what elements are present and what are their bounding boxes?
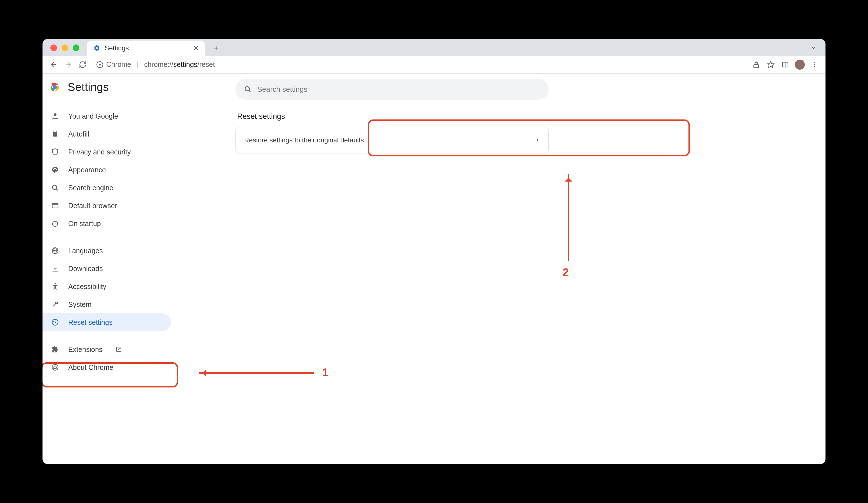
search-settings[interactable] bbox=[236, 79, 549, 100]
bookmark-icon[interactable] bbox=[765, 59, 777, 71]
annotation-arrow-1 bbox=[199, 372, 314, 374]
chrome-icon bbox=[50, 362, 60, 372]
restore-defaults-row[interactable]: Restore settings to their original defau… bbox=[236, 127, 549, 153]
svg-marker-5 bbox=[767, 61, 774, 68]
minimize-window-button[interactable] bbox=[62, 44, 68, 51]
back-button[interactable] bbox=[48, 59, 60, 71]
maximize-window-button[interactable] bbox=[73, 44, 80, 51]
sidebar: You and Google Autofill Privacy and secu… bbox=[42, 74, 174, 464]
chevron-right-icon bbox=[536, 138, 540, 142]
wrench-icon bbox=[50, 300, 60, 309]
sidebar-item-label: Appearance bbox=[68, 166, 106, 174]
restore-icon bbox=[50, 318, 60, 327]
annotation-label-1: 1 bbox=[322, 366, 328, 379]
palette-icon bbox=[50, 165, 60, 175]
gear-icon bbox=[93, 44, 101, 52]
tab-title: Settings bbox=[105, 44, 189, 52]
sidebar-item-system[interactable]: System bbox=[42, 295, 171, 313]
svg-rect-15 bbox=[53, 132, 57, 137]
sidebar-item-on-startup[interactable]: On startup bbox=[42, 215, 171, 233]
row-label: Restore settings to their original defau… bbox=[244, 136, 364, 144]
search-icon bbox=[244, 85, 252, 93]
svg-point-21 bbox=[53, 185, 57, 189]
close-tab-button[interactable]: ✕ bbox=[193, 44, 199, 53]
address-bar[interactable]: Chrome | chrome://settings/reset bbox=[91, 59, 748, 71]
sidebar-item-languages[interactable]: Languages bbox=[42, 242, 171, 260]
sidebar-item-label: Privacy and security bbox=[68, 148, 131, 156]
window-controls bbox=[50, 44, 80, 51]
sidebar-item-search-engine[interactable]: Search engine bbox=[42, 179, 171, 197]
shield-icon bbox=[50, 147, 60, 157]
share-icon[interactable] bbox=[750, 59, 762, 71]
svg-line-32 bbox=[55, 322, 56, 323]
sidebar-item-label: Default browser bbox=[68, 202, 117, 210]
sidebar-item-default-browser[interactable]: Default browser bbox=[42, 197, 171, 215]
sidebar-item-extensions[interactable]: Extensions bbox=[42, 340, 171, 358]
sidebar-item-reset-settings[interactable]: Reset settings bbox=[42, 313, 171, 331]
annotation-label-2: 2 bbox=[562, 266, 569, 279]
titlebar: Settings ✕ + bbox=[42, 39, 826, 56]
sidebar-item-label: Accessibility bbox=[68, 283, 106, 291]
svg-rect-23 bbox=[52, 203, 58, 208]
svg-point-35 bbox=[54, 366, 56, 368]
browser-window: Settings ✕ + Chrome | chrome://settings/… bbox=[42, 39, 826, 464]
annotation-arrow-2 bbox=[568, 174, 569, 261]
svg-rect-16 bbox=[54, 131, 56, 132]
content-area: Settings You and Google Autofill Privacy… bbox=[42, 74, 826, 464]
sidebar-item-downloads[interactable]: Downloads bbox=[42, 260, 171, 278]
search-icon bbox=[50, 183, 60, 193]
external-link-icon bbox=[114, 345, 124, 354]
sidebar-item-label: You and Google bbox=[68, 112, 118, 120]
sidebar-divider bbox=[46, 237, 169, 237]
forward-button[interactable] bbox=[62, 59, 74, 71]
svg-point-18 bbox=[54, 168, 55, 169]
sidebar-item-label: Downloads bbox=[68, 265, 103, 273]
svg-line-40 bbox=[249, 90, 250, 92]
svg-line-37 bbox=[56, 368, 58, 369]
sidebar-item-you-and-google[interactable]: You and Google bbox=[42, 107, 171, 125]
svg-point-30 bbox=[54, 283, 56, 285]
power-icon bbox=[50, 219, 60, 228]
svg-point-19 bbox=[55, 168, 56, 169]
svg-point-9 bbox=[814, 64, 815, 65]
sidebar-item-appearance[interactable]: Appearance bbox=[42, 161, 171, 179]
sidebar-item-label: Autofill bbox=[68, 130, 89, 138]
svg-point-8 bbox=[814, 62, 815, 63]
address-separator: | bbox=[137, 60, 139, 69]
sidebar-divider bbox=[46, 336, 169, 336]
svg-point-3 bbox=[99, 63, 101, 65]
sidebar-item-label: System bbox=[68, 300, 91, 309]
tabs-dropdown-button[interactable] bbox=[810, 44, 817, 51]
profile-avatar[interactable] bbox=[794, 59, 806, 71]
globe-icon bbox=[50, 246, 60, 255]
search-input[interactable] bbox=[257, 85, 540, 94]
new-tab-button[interactable]: + bbox=[210, 42, 223, 54]
svg-line-22 bbox=[56, 189, 58, 191]
browser-icon bbox=[50, 201, 60, 211]
sidebar-item-label: Search engine bbox=[68, 184, 113, 192]
close-window-button[interactable] bbox=[50, 44, 57, 51]
sidebar-item-about-chrome[interactable]: About Chrome bbox=[42, 358, 171, 376]
browser-tab[interactable]: Settings ✕ bbox=[87, 41, 205, 56]
main-panel: Reset settings Restore settings to their… bbox=[174, 74, 826, 464]
sidebar-item-label: About Chrome bbox=[68, 363, 113, 371]
toolbar: Chrome | chrome://settings/reset bbox=[42, 56, 826, 74]
sidebar-item-autofill[interactable]: Autofill bbox=[42, 125, 171, 143]
side-panel-icon[interactable] bbox=[779, 59, 792, 71]
section-title: Reset settings bbox=[237, 112, 826, 121]
address-prefix: Chrome bbox=[106, 60, 131, 69]
puzzle-icon bbox=[50, 345, 60, 354]
download-icon bbox=[50, 264, 60, 273]
svg-point-14 bbox=[54, 113, 56, 116]
menu-icon[interactable] bbox=[808, 59, 820, 71]
sidebar-item-privacy[interactable]: Privacy and security bbox=[42, 143, 171, 161]
sidebar-item-label: Languages bbox=[68, 247, 103, 255]
reload-button[interactable] bbox=[76, 59, 89, 71]
sidebar-item-accessibility[interactable]: Accessibility bbox=[42, 278, 171, 295]
svg-rect-6 bbox=[783, 62, 788, 67]
sidebar-item-label: Reset settings bbox=[68, 318, 112, 327]
site-info-icon[interactable]: Chrome bbox=[96, 60, 131, 69]
page-title: Settings bbox=[68, 81, 109, 93]
clipboard-icon bbox=[50, 129, 60, 139]
sidebar-item-label: On startup bbox=[68, 219, 101, 228]
